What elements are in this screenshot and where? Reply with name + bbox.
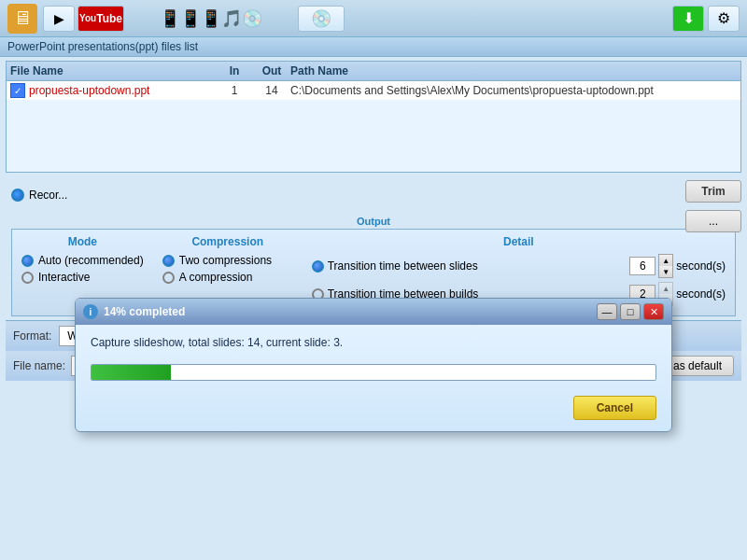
dialog-title: 14% completed	[104, 305, 591, 318]
dialog-ctrl-btns: — □ ✕	[597, 303, 664, 320]
file-list-header: File Name In Out Path Name	[7, 62, 740, 81]
file-in: 1	[216, 84, 253, 97]
record-label: Recor...	[29, 189, 67, 202]
mode-interactive-label: Interactive	[38, 271, 90, 284]
mode-interactive-radio[interactable]	[21, 272, 34, 284]
app-icon: 🖥	[7, 4, 37, 34]
spinner-up-2: ▲	[659, 283, 672, 294]
output-label: Output	[6, 214, 741, 229]
dialog-footer: Cancel	[91, 396, 656, 420]
toolbar-btn-1[interactable]: ▶	[43, 6, 75, 32]
compression-column: Compression Two compressions A compressi…	[162, 235, 293, 306]
mode-auto-radio[interactable]	[21, 255, 34, 267]
detail-slides-value[interactable]	[629, 257, 655, 275]
detail-column: Detail Transition time between slides ▲ …	[312, 235, 726, 306]
detail-unit-2: second(s)	[676, 287, 726, 301]
toolbar: 🖥 ▶ YouTube 📱📱📱🎵💿 💿 ⬇ ⚙	[0, 0, 747, 37]
toolbar-download-icon[interactable]: ⬇	[672, 6, 704, 32]
progress-dialog: i 14% completed — □ ✕ Capture slideshow,…	[75, 298, 672, 432]
compression-two-label: Two compressions	[179, 254, 272, 267]
col-header-filename: File Name	[10, 64, 216, 77]
trim-button[interactable]: Trim	[685, 180, 741, 203]
detail-slides-radio[interactable]	[312, 260, 324, 273]
progress-bar-container	[91, 364, 656, 381]
spinner-down[interactable]: ▼	[659, 266, 672, 277]
mode-auto-label: Auto (recommended)	[38, 254, 144, 267]
file-out: 14	[253, 84, 290, 97]
dialog-message: Capture slideshow, total slides: 14, cur…	[91, 336, 656, 349]
mode-auto-row[interactable]: Auto (recommended)	[21, 254, 144, 267]
compression-one-label: A compression	[179, 271, 253, 284]
mode-interactive-row[interactable]: Interactive	[21, 271, 144, 284]
compression-two-radio[interactable]	[162, 255, 175, 267]
col-header-path: Path Name	[290, 64, 737, 77]
detail-header: Detail	[312, 235, 726, 248]
toolbar-device-icons: 📱📱📱🎵💿	[127, 6, 295, 32]
toolbar-btn-2[interactable]: 💿	[298, 6, 345, 32]
compression-two-row[interactable]: Two compressions	[162, 254, 293, 267]
compression-one-row[interactable]: A compression	[162, 271, 293, 284]
detail-slides-label: Transition time between slides	[328, 259, 478, 273]
format-label: Format:	[13, 329, 51, 343]
dotdot-button[interactable]: ...	[685, 210, 741, 232]
detail-slides-spinner[interactable]: ▲ ▼	[658, 254, 673, 278]
compression-one-radio[interactable]	[162, 272, 175, 284]
main-content: Recor... Trim ... Output Mode Auto (reco…	[0, 176, 747, 494]
filename-label: File name:	[13, 359, 65, 372]
progress-bar-fill	[92, 365, 171, 380]
file-list-area: File Name In Out Path Name ✓ propuesta-u…	[6, 61, 741, 173]
dialog-close-btn[interactable]: ✕	[643, 303, 664, 320]
compression-header: Compression	[162, 235, 293, 248]
dialog-body: Capture slideshow, total slides: 14, cur…	[76, 325, 671, 431]
record-radio[interactable]	[11, 189, 24, 202]
dialog-titlebar: i 14% completed — □ ✕	[76, 299, 671, 325]
col-header-out: Out	[253, 64, 290, 77]
file-name: propuesta-uptodown.ppt	[29, 84, 216, 97]
record-row: Recor...	[6, 185, 741, 205]
file-checkbox[interactable]: ✓	[10, 83, 25, 98]
spinner-up[interactable]: ▲	[659, 255, 672, 266]
table-row[interactable]: ✓ propuesta-uptodown.ppt 1 14 C:\Documen…	[7, 81, 740, 100]
toolbar-settings-icon[interactable]: ⚙	[708, 6, 740, 32]
dialog-minimize-btn[interactable]: —	[597, 303, 617, 320]
col-header-in: In	[216, 64, 253, 77]
cancel-button[interactable]: Cancel	[573, 396, 656, 420]
mode-header: Mode	[21, 235, 144, 248]
dialog-info-icon: i	[83, 304, 98, 319]
mode-column: Mode Auto (recommended) Interactive	[21, 235, 144, 306]
file-path: C:\Documents and Settings\Alex\My Docume…	[290, 84, 737, 97]
toolbar-youtube[interactable]: YouTube	[78, 6, 124, 32]
detail-unit-1: second(s)	[676, 259, 726, 273]
detail-slides-row[interactable]: Transition time between slides ▲ ▼ secon…	[312, 254, 726, 278]
dialog-maximize-btn[interactable]: □	[620, 303, 641, 320]
app-title: PowerPoint presentations(ppt) files list	[0, 37, 747, 57]
